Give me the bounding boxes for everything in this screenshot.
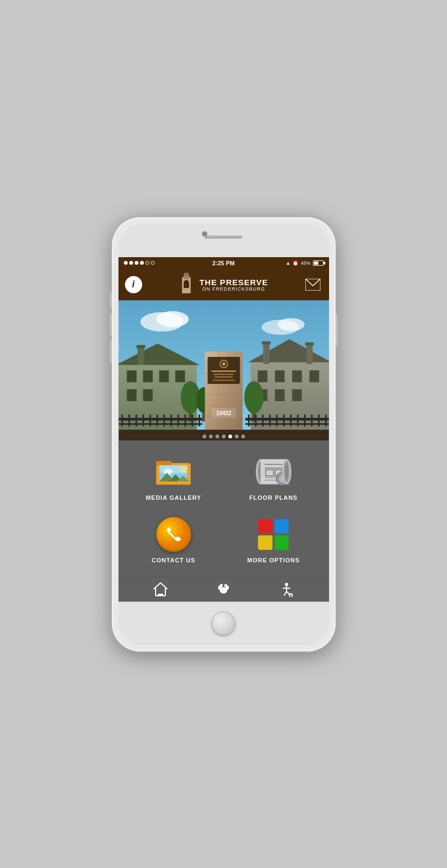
svg-rect-88 (318, 415, 319, 426)
svg-rect-74 (191, 415, 193, 426)
signal-dot-4 (140, 261, 144, 265)
carousel-dot-7[interactable] (241, 435, 245, 438)
power-button[interactable] (336, 314, 338, 347)
signal-dot-3 (135, 261, 138, 265)
svg-rect-83 (283, 415, 284, 426)
svg-rect-33 (292, 370, 302, 382)
equal-housing-tab[interactable] (153, 582, 168, 597)
contact-us-label: CONTACT US (152, 557, 195, 563)
signal-dot-1 (124, 261, 128, 265)
svg-rect-22 (175, 370, 185, 382)
more-options-label: MORE OPTIONS (247, 557, 300, 563)
svg-rect-70 (163, 415, 165, 426)
media-gallery-button[interactable]: MEDIA GALLERY (124, 446, 224, 509)
svg-rect-64 (121, 415, 123, 426)
brand-subtitle: ON FREDERICKSBURG (199, 286, 268, 292)
svg-rect-32 (275, 370, 284, 382)
floor-plans-label: FLOOR PLANS (249, 494, 298, 501)
mail-button[interactable] (303, 277, 323, 292)
svg-rect-21 (159, 370, 169, 382)
status-time: 2:25 PM (212, 260, 235, 266)
carousel-dot-1[interactable] (202, 435, 206, 438)
svg-rect-30 (305, 342, 313, 346)
options-square-yellow (258, 535, 273, 550)
options-square-red (258, 519, 273, 534)
svg-point-126 (285, 583, 288, 586)
carousel-dot-6[interactable] (235, 435, 239, 438)
svg-rect-72 (177, 415, 179, 426)
svg-point-43 (244, 381, 263, 414)
svg-point-125 (225, 584, 227, 587)
svg-rect-57 (213, 374, 234, 375)
svg-rect-73 (184, 415, 186, 426)
header-logo: THE PRESERVE ON FREDERICKSBURG (177, 273, 268, 297)
carousel-dot-3[interactable] (215, 435, 219, 438)
carousel-dot-2[interactable] (209, 435, 213, 438)
svg-rect-24 (143, 389, 152, 401)
floor-plans-button[interactable]: FLOOR PLANS (224, 446, 324, 509)
phone-screen-container: 2:25 PM ▲ ⏰ 45% i (118, 224, 329, 645)
alarm-icon: ⏰ (292, 260, 298, 266)
status-right-icons: ▲ ⏰ 45% (286, 260, 324, 266)
svg-rect-75 (198, 415, 200, 426)
svg-rect-65 (128, 415, 130, 426)
phone-device: 2:25 PM ▲ ⏰ 45% i (112, 217, 336, 651)
home-button[interactable] (212, 611, 235, 635)
carousel-dot-4[interactable] (222, 435, 226, 438)
svg-rect-63 (118, 423, 202, 425)
svg-rect-78 (248, 415, 249, 426)
mute-button[interactable] (110, 293, 112, 308)
svg-rect-85 (297, 415, 298, 426)
battery-percent: 45% (301, 260, 310, 266)
options-square-blue (275, 519, 289, 534)
svg-rect-82 (276, 415, 277, 426)
more-options-icon (255, 516, 292, 553)
options-grid (256, 517, 291, 552)
volume-up-button[interactable] (110, 313, 112, 336)
svg-rect-8 (186, 273, 188, 275)
accessibility-tab[interactable] (279, 582, 294, 597)
app-header: i (118, 269, 329, 300)
contact-us-button[interactable]: CONTACT US (124, 508, 224, 571)
svg-rect-71 (170, 415, 172, 426)
status-bar: 2:25 PM ▲ ⏰ 45% (118, 257, 329, 269)
more-options-button[interactable]: MORE OPTIONS (224, 508, 324, 571)
signal-strength (124, 261, 155, 265)
svg-rect-84 (290, 415, 291, 426)
signal-dot-5 (145, 261, 149, 265)
svg-rect-118 (158, 594, 163, 596)
screen: 2:25 PM ▲ ⏰ 45% i (118, 257, 329, 602)
info-button[interactable]: i (125, 276, 142, 293)
volume-down-button[interactable] (110, 340, 112, 363)
svg-rect-29 (306, 343, 312, 364)
svg-point-12 (156, 311, 188, 327)
logo-building-icon (177, 273, 196, 297)
svg-rect-31 (257, 370, 267, 382)
logo-text: THE PRESERVE ON FREDERICKSBURG (199, 278, 268, 292)
svg-rect-59 (212, 380, 235, 381)
media-gallery-label: MEDIA GALLERY (146, 494, 201, 501)
svg-rect-100 (159, 465, 187, 473)
tab-bar (118, 577, 329, 602)
svg-rect-37 (292, 389, 302, 401)
bottom-bezel (118, 602, 329, 645)
svg-rect-87 (311, 415, 312, 426)
svg-rect-68 (149, 415, 151, 426)
speaker (205, 236, 242, 239)
top-bezel (118, 224, 329, 257)
svg-rect-79 (255, 415, 256, 426)
svg-rect-18 (136, 345, 145, 348)
options-square-green (275, 535, 289, 550)
svg-rect-86 (304, 415, 305, 426)
signal-dot-6 (151, 261, 155, 265)
svg-point-116 (285, 462, 288, 481)
svg-rect-28 (262, 341, 270, 345)
carousel-dot-5[interactable] (228, 435, 232, 438)
svg-rect-67 (142, 415, 144, 426)
svg-rect-77 (245, 423, 329, 425)
svg-rect-76 (245, 418, 329, 421)
pet-friendly-tab[interactable] (216, 582, 231, 597)
svg-rect-56 (211, 370, 236, 372)
svg-rect-20 (143, 370, 152, 382)
svg-rect-7 (184, 273, 186, 275)
